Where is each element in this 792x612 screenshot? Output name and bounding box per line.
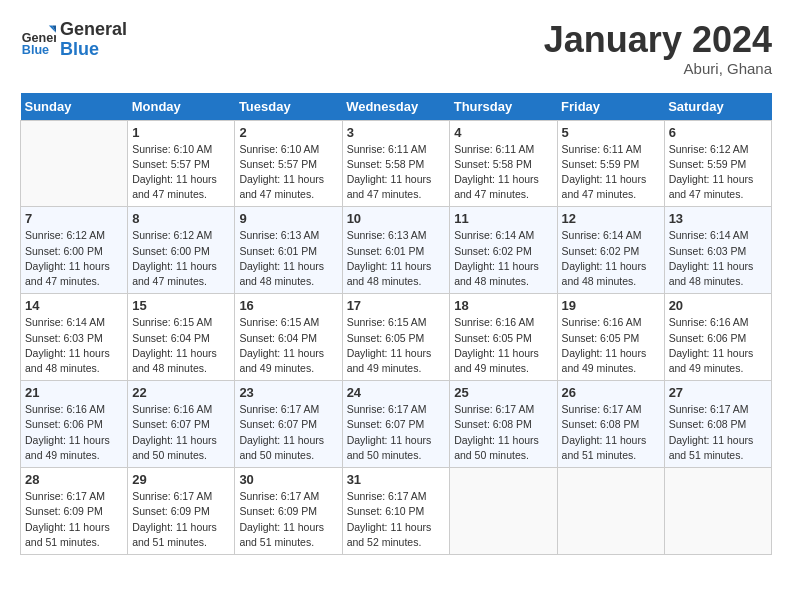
col-header-friday: Friday: [557, 93, 664, 121]
day-number: 28: [25, 472, 123, 487]
day-number: 8: [132, 211, 230, 226]
day-number: 20: [669, 298, 767, 313]
day-cell: [450, 468, 557, 555]
day-cell: 5Sunrise: 6:11 AMSunset: 5:59 PMDaylight…: [557, 120, 664, 207]
day-info: Sunrise: 6:17 AMSunset: 6:08 PMDaylight:…: [454, 402, 552, 463]
day-cell: 10Sunrise: 6:13 AMSunset: 6:01 PMDayligh…: [342, 207, 450, 294]
day-info: Sunrise: 6:17 AMSunset: 6:08 PMDaylight:…: [562, 402, 660, 463]
title-block: January 2024 Aburi, Ghana: [544, 20, 772, 77]
week-row-4: 21Sunrise: 6:16 AMSunset: 6:06 PMDayligh…: [21, 381, 772, 468]
day-cell: 14Sunrise: 6:14 AMSunset: 6:03 PMDayligh…: [21, 294, 128, 381]
day-number: 29: [132, 472, 230, 487]
day-info: Sunrise: 6:15 AMSunset: 6:05 PMDaylight:…: [347, 315, 446, 376]
day-info: Sunrise: 6:16 AMSunset: 6:06 PMDaylight:…: [669, 315, 767, 376]
col-header-tuesday: Tuesday: [235, 93, 342, 121]
day-number: 4: [454, 125, 552, 140]
calendar-title: January 2024: [544, 20, 772, 60]
day-number: 18: [454, 298, 552, 313]
day-info: Sunrise: 6:15 AMSunset: 6:04 PMDaylight:…: [239, 315, 337, 376]
day-cell: [557, 468, 664, 555]
column-headers: SundayMondayTuesdayWednesdayThursdayFrid…: [21, 93, 772, 121]
day-cell: 31Sunrise: 6:17 AMSunset: 6:10 PMDayligh…: [342, 468, 450, 555]
day-info: Sunrise: 6:13 AMSunset: 6:01 PMDaylight:…: [239, 228, 337, 289]
day-cell: 27Sunrise: 6:17 AMSunset: 6:08 PMDayligh…: [664, 381, 771, 468]
day-cell: [664, 468, 771, 555]
day-info: Sunrise: 6:13 AMSunset: 6:01 PMDaylight:…: [347, 228, 446, 289]
day-number: 11: [454, 211, 552, 226]
day-info: Sunrise: 6:17 AMSunset: 6:07 PMDaylight:…: [347, 402, 446, 463]
day-cell: 12Sunrise: 6:14 AMSunset: 6:02 PMDayligh…: [557, 207, 664, 294]
day-info: Sunrise: 6:16 AMSunset: 6:07 PMDaylight:…: [132, 402, 230, 463]
day-cell: 16Sunrise: 6:15 AMSunset: 6:04 PMDayligh…: [235, 294, 342, 381]
day-number: 27: [669, 385, 767, 400]
day-number: 31: [347, 472, 446, 487]
logo: General Blue General Blue: [20, 20, 127, 60]
day-cell: 25Sunrise: 6:17 AMSunset: 6:08 PMDayligh…: [450, 381, 557, 468]
day-number: 19: [562, 298, 660, 313]
day-info: Sunrise: 6:12 AMSunset: 6:00 PMDaylight:…: [25, 228, 123, 289]
day-number: 16: [239, 298, 337, 313]
col-header-thursday: Thursday: [450, 93, 557, 121]
logo-icon: General Blue: [20, 22, 56, 58]
day-number: 7: [25, 211, 123, 226]
day-number: 12: [562, 211, 660, 226]
day-number: 13: [669, 211, 767, 226]
day-info: Sunrise: 6:11 AMSunset: 5:58 PMDaylight:…: [347, 142, 446, 203]
day-number: 6: [669, 125, 767, 140]
day-info: Sunrise: 6:11 AMSunset: 5:59 PMDaylight:…: [562, 142, 660, 203]
day-info: Sunrise: 6:14 AMSunset: 6:03 PMDaylight:…: [669, 228, 767, 289]
svg-text:Blue: Blue: [22, 43, 49, 57]
week-row-3: 14Sunrise: 6:14 AMSunset: 6:03 PMDayligh…: [21, 294, 772, 381]
day-number: 22: [132, 385, 230, 400]
day-info: Sunrise: 6:14 AMSunset: 6:03 PMDaylight:…: [25, 315, 123, 376]
logo-line1: General: [60, 20, 127, 40]
day-cell: 11Sunrise: 6:14 AMSunset: 6:02 PMDayligh…: [450, 207, 557, 294]
col-header-wednesday: Wednesday: [342, 93, 450, 121]
day-info: Sunrise: 6:16 AMSunset: 6:05 PMDaylight:…: [562, 315, 660, 376]
day-number: 26: [562, 385, 660, 400]
col-header-monday: Monday: [128, 93, 235, 121]
day-info: Sunrise: 6:17 AMSunset: 6:10 PMDaylight:…: [347, 489, 446, 550]
col-header-sunday: Sunday: [21, 93, 128, 121]
day-number: 14: [25, 298, 123, 313]
day-cell: 29Sunrise: 6:17 AMSunset: 6:09 PMDayligh…: [128, 468, 235, 555]
day-cell: 7Sunrise: 6:12 AMSunset: 6:00 PMDaylight…: [21, 207, 128, 294]
day-number: 24: [347, 385, 446, 400]
day-cell: 18Sunrise: 6:16 AMSunset: 6:05 PMDayligh…: [450, 294, 557, 381]
day-cell: 9Sunrise: 6:13 AMSunset: 6:01 PMDaylight…: [235, 207, 342, 294]
day-cell: 26Sunrise: 6:17 AMSunset: 6:08 PMDayligh…: [557, 381, 664, 468]
day-cell: 6Sunrise: 6:12 AMSunset: 5:59 PMDaylight…: [664, 120, 771, 207]
calendar-subtitle: Aburi, Ghana: [544, 60, 772, 77]
day-cell: 8Sunrise: 6:12 AMSunset: 6:00 PMDaylight…: [128, 207, 235, 294]
day-info: Sunrise: 6:16 AMSunset: 6:06 PMDaylight:…: [25, 402, 123, 463]
page-header: General Blue General Blue January 2024 A…: [20, 20, 772, 77]
day-info: Sunrise: 6:15 AMSunset: 6:04 PMDaylight:…: [132, 315, 230, 376]
day-info: Sunrise: 6:17 AMSunset: 6:09 PMDaylight:…: [25, 489, 123, 550]
day-cell: 20Sunrise: 6:16 AMSunset: 6:06 PMDayligh…: [664, 294, 771, 381]
day-cell: 4Sunrise: 6:11 AMSunset: 5:58 PMDaylight…: [450, 120, 557, 207]
day-cell: 21Sunrise: 6:16 AMSunset: 6:06 PMDayligh…: [21, 381, 128, 468]
day-number: 3: [347, 125, 446, 140]
calendar-body: 1Sunrise: 6:10 AMSunset: 5:57 PMDaylight…: [21, 120, 772, 554]
day-cell: 1Sunrise: 6:10 AMSunset: 5:57 PMDaylight…: [128, 120, 235, 207]
day-number: 23: [239, 385, 337, 400]
day-info: Sunrise: 6:14 AMSunset: 6:02 PMDaylight:…: [454, 228, 552, 289]
day-cell: 22Sunrise: 6:16 AMSunset: 6:07 PMDayligh…: [128, 381, 235, 468]
logo-line2: Blue: [60, 40, 127, 60]
day-cell: 15Sunrise: 6:15 AMSunset: 6:04 PMDayligh…: [128, 294, 235, 381]
day-info: Sunrise: 6:11 AMSunset: 5:58 PMDaylight:…: [454, 142, 552, 203]
day-number: 9: [239, 211, 337, 226]
day-cell: 3Sunrise: 6:11 AMSunset: 5:58 PMDaylight…: [342, 120, 450, 207]
day-cell: 19Sunrise: 6:16 AMSunset: 6:05 PMDayligh…: [557, 294, 664, 381]
day-cell: 13Sunrise: 6:14 AMSunset: 6:03 PMDayligh…: [664, 207, 771, 294]
day-number: 17: [347, 298, 446, 313]
calendar-table: SundayMondayTuesdayWednesdayThursdayFrid…: [20, 93, 772, 555]
day-number: 10: [347, 211, 446, 226]
day-cell: [21, 120, 128, 207]
week-row-2: 7Sunrise: 6:12 AMSunset: 6:00 PMDaylight…: [21, 207, 772, 294]
day-number: 30: [239, 472, 337, 487]
day-info: Sunrise: 6:12 AMSunset: 6:00 PMDaylight:…: [132, 228, 230, 289]
day-info: Sunrise: 6:14 AMSunset: 6:02 PMDaylight:…: [562, 228, 660, 289]
day-info: Sunrise: 6:17 AMSunset: 6:08 PMDaylight:…: [669, 402, 767, 463]
day-info: Sunrise: 6:10 AMSunset: 5:57 PMDaylight:…: [132, 142, 230, 203]
